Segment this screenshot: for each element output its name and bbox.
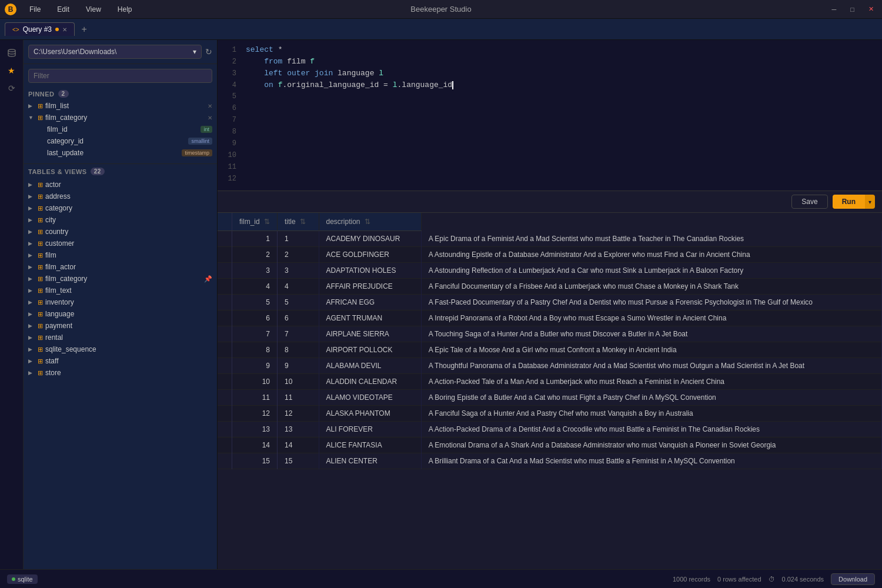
- table-icon: ⊞: [38, 369, 43, 377]
- new-tab-button[interactable]: +: [77, 22, 91, 36]
- description-cell: A Thoughtful Panorama of a Database Admi…: [421, 358, 881, 374]
- db-label: sqlite: [18, 576, 33, 583]
- table-item-city[interactable]: ▶⊞city: [24, 214, 217, 226]
- film-id-cell: 11: [278, 390, 319, 406]
- table-row[interactable]: 33ADAPTATION HOLESA Astounding Reflectio…: [218, 263, 882, 279]
- table-name-label: address: [45, 192, 212, 201]
- table-row[interactable]: 1111ALAMO VIDEOTAPEA Boring Epistle of a…: [218, 390, 882, 406]
- table-row[interactable]: 99ALABAMA DEVILA Thoughtful Panorama of …: [218, 358, 882, 374]
- save-button[interactable]: Save: [791, 195, 827, 209]
- nav-star-icon[interactable]: ★: [4, 62, 20, 79]
- table-item-store[interactable]: ▶⊞store: [24, 367, 217, 379]
- title-cell: ALADDIN CALENDAR: [319, 374, 421, 390]
- results-table-wrap[interactable]: film_id ⇅ title ⇅ description ⇅: [218, 213, 882, 569]
- table-icon: ⊞: [38, 322, 43, 330]
- table-row[interactable]: 22ACE GOLDFINGERA Astounding Epistle of …: [218, 247, 882, 263]
- row-number-cell: 12: [232, 406, 278, 422]
- table-item-actor[interactable]: ▶⊞actor: [24, 179, 217, 191]
- film-id-cell: 9: [278, 358, 319, 374]
- nav-history-icon[interactable]: ⟳: [4, 80, 20, 96]
- film-id-cell: 8: [278, 342, 319, 358]
- table-item-sqlite_sequence[interactable]: ▶⊞sqlite_sequence: [24, 343, 217, 355]
- table-item-country[interactable]: ▶⊞country: [24, 226, 217, 238]
- chevron-right-icon: ▶: [28, 264, 35, 270]
- main-layout: ★ ⟳ C:\Users\User\Downloads\ ▾ ↻ PINNED …: [0, 40, 882, 569]
- line-number: 5: [222, 92, 236, 101]
- description-cell: A Fanciful Documentary of a Frisbee And …: [421, 279, 881, 295]
- table-row[interactable]: 1313ALI FOREVERA Action-Packed Drama of …: [218, 422, 882, 437]
- table-item-rental[interactable]: ▶⊞rental: [24, 332, 217, 343]
- table-item-inventory[interactable]: ▶⊞inventory: [24, 296, 217, 308]
- row-selector-cell: [218, 342, 232, 358]
- table-row[interactable]: 44AFFAIR PREJUDICEA Fanciful Documentary…: [218, 279, 882, 295]
- code-text: left outer join language l: [246, 69, 383, 78]
- table-item-film_category[interactable]: ▶⊞film_category📌: [24, 273, 217, 285]
- col-header-title[interactable]: title ⇅: [278, 213, 319, 231]
- table-item-address[interactable]: ▶⊞address: [24, 191, 217, 202]
- menu-view[interactable]: View: [82, 4, 105, 15]
- pinned-item-film-list[interactable]: ▶ ⊞ film_list ✕: [24, 100, 217, 112]
- filter-input[interactable]: [28, 69, 212, 83]
- table-row[interactable]: 11ACADEMY DINOSAURA Epic Drama of a Femi…: [218, 231, 882, 247]
- table-icon: ⊞: [38, 193, 43, 201]
- table-item-staff[interactable]: ▶⊞staff: [24, 355, 217, 367]
- title-cell: ALAMO VIDEOTAPE: [319, 390, 421, 406]
- code-line-11: 11: [218, 162, 882, 174]
- description-cell: A Touching Saga of a Hunter And a Butler…: [421, 326, 881, 342]
- chevron-right-icon: ▶: [28, 299, 35, 305]
- tab-query3[interactable]: <> Query #3 ✕: [5, 22, 75, 36]
- table-row[interactable]: 55AFRICAN EGGA Fast-Paced Documentary of…: [218, 295, 882, 310]
- tab-close-button[interactable]: ✕: [62, 26, 67, 33]
- table-icon: ⊞: [38, 299, 43, 306]
- table-item-film[interactable]: ▶⊞film: [24, 249, 217, 261]
- row-selector-cell: [218, 295, 232, 310]
- minimize-button[interactable]: ─: [828, 5, 840, 14]
- download-button[interactable]: Download: [831, 573, 875, 585]
- run-dropdown-button[interactable]: ▾: [865, 195, 875, 209]
- table-icon: ⊞: [38, 228, 43, 236]
- menu-help[interactable]: Help: [114, 4, 136, 15]
- run-button[interactable]: Run: [833, 195, 865, 209]
- table-item-category[interactable]: ▶⊞category: [24, 202, 217, 214]
- close-button[interactable]: ✕: [865, 4, 877, 14]
- code-line-3: 3 left outer join language l: [218, 68, 882, 80]
- row-number-cell: 13: [232, 422, 278, 437]
- title-cell: AGENT TRUMAN: [319, 310, 421, 326]
- col-header-description[interactable]: description ⇅: [319, 213, 421, 231]
- table-row[interactable]: 1515ALIEN CENTERA Brilliant Drama of a C…: [218, 453, 882, 469]
- table-row[interactable]: 1212ALASKA PHANTOMA Fanciful Saga of a H…: [218, 406, 882, 422]
- table-row[interactable]: 66AGENT TRUMANA Intrepid Panorama of a R…: [218, 310, 882, 326]
- col-label-film-id: film_id: [239, 218, 260, 226]
- database-selector[interactable]: C:\Users\User\Downloads\ ▾: [28, 45, 202, 59]
- maximize-button[interactable]: □: [847, 5, 858, 14]
- table-item-film_actor[interactable]: ▶⊞film_actor: [24, 261, 217, 273]
- chevron-right-icon: ▶: [28, 276, 35, 282]
- sidebar-nav: ★ ⟳: [0, 40, 24, 569]
- unpin-icon[interactable]: ✕: [208, 103, 212, 109]
- menu-file[interactable]: File: [26, 4, 44, 15]
- tables-count-badge: 22: [91, 168, 105, 175]
- refresh-icon[interactable]: ↻: [205, 47, 212, 56]
- table-item-language[interactable]: ▶⊞language: [24, 308, 217, 320]
- nav-database-icon[interactable]: [4, 45, 20, 61]
- table-item-customer[interactable]: ▶⊞customer: [24, 238, 217, 249]
- table-name-label: rental: [45, 333, 212, 342]
- table-row[interactable]: 88AIRPORT POLLOCKA Epic Tale of a Moose …: [218, 342, 882, 358]
- table-item-payment[interactable]: ▶⊞payment: [24, 320, 217, 332]
- table-row[interactable]: 1010ALADDIN CALENDARA Action-Packed Tale…: [218, 374, 882, 390]
- row-number-cell: 1: [232, 231, 278, 247]
- col-header-film-id[interactable]: film_id ⇅: [232, 213, 278, 231]
- table-item-film_text[interactable]: ▶⊞film_text: [24, 285, 217, 296]
- menu-edit[interactable]: Edit: [54, 4, 73, 15]
- chevron-right-icon: ▶: [28, 217, 35, 223]
- chevron-right-icon: ▶: [28, 288, 35, 293]
- unpin-icon[interactable]: ✕: [208, 115, 212, 121]
- sql-editor[interactable]: 1 select * 2 from film f 3 left outer jo…: [218, 40, 882, 191]
- table-row[interactable]: 77AIRPLANE SIERRAA Touching Saga of a Hu…: [218, 326, 882, 342]
- film-id-cell: 4: [278, 279, 319, 295]
- chevron-right-icon: ▶: [28, 182, 35, 188]
- row-selector-cell: [218, 390, 232, 406]
- pinned-item-film-category[interactable]: ▼ ⊞ film_category ✕: [24, 112, 217, 123]
- field-name: film_id: [47, 125, 198, 133]
- table-row[interactable]: 1414ALICE FANTASIAA Emotional Drama of a…: [218, 437, 882, 453]
